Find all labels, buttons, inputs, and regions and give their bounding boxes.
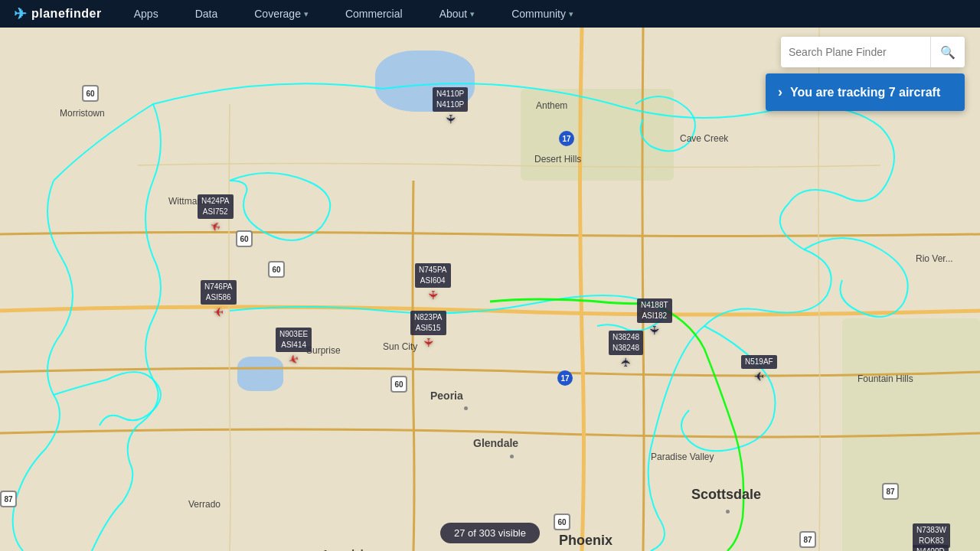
highway-shield-60b: 60 bbox=[236, 230, 253, 247]
city-peoria-dot bbox=[464, 406, 468, 410]
green-area-1 bbox=[521, 89, 674, 181]
tracking-chevron-icon: › bbox=[778, 84, 782, 100]
highway-shield-60a: 60 bbox=[82, 85, 99, 102]
tracking-banner[interactable]: › You are tracking 7 aircraft bbox=[766, 73, 965, 111]
water-body bbox=[375, 51, 475, 112]
nav-menu: Apps Data Coverage ▾ Commercial About ▾ … bbox=[116, 0, 592, 28]
search-button[interactable]: 🔍 bbox=[930, 37, 965, 67]
green-area-2 bbox=[842, 318, 980, 551]
logo-plane-icon: ✈ bbox=[14, 5, 27, 23]
city-scottsdale-dot bbox=[726, 510, 730, 514]
coverage-chevron-icon: ▾ bbox=[304, 9, 309, 19]
highway-shield-87b: 87 bbox=[882, 483, 899, 500]
nav-item-community[interactable]: Community ▾ bbox=[493, 0, 592, 28]
nav-item-commercial[interactable]: Commercial bbox=[327, 0, 421, 28]
highway-shield-60c: 60 bbox=[268, 261, 285, 278]
status-label: 27 of 303 visible bbox=[454, 527, 526, 539]
highway-shield-87c: 87 bbox=[799, 531, 816, 548]
community-chevron-icon: ▾ bbox=[569, 9, 573, 19]
about-chevron-icon: ▾ bbox=[470, 9, 475, 19]
water-body-2 bbox=[237, 357, 283, 391]
search-input[interactable] bbox=[781, 37, 930, 67]
nav-item-apps[interactable]: Apps bbox=[116, 0, 177, 28]
search-icon: 🔍 bbox=[940, 45, 956, 60]
status-bar: 27 of 303 visible bbox=[440, 523, 540, 543]
nav-item-about[interactable]: About ▾ bbox=[421, 0, 494, 28]
highway-shield-60d: 60 bbox=[390, 376, 407, 393]
logo[interactable]: ✈ planefinder bbox=[0, 5, 116, 23]
logo-text: planefinder bbox=[31, 7, 102, 21]
highway-shield-17a: 17 bbox=[559, 131, 574, 146]
search-box: 🔍 bbox=[781, 37, 965, 67]
map-container[interactable]: 60 60 60 17 17 60 60 87 87 87 10 Morrist… bbox=[0, 28, 980, 551]
tracking-label: You are tracking 7 aircraft bbox=[790, 86, 940, 99]
nav-item-data[interactable]: Data bbox=[177, 0, 237, 28]
nav-item-coverage[interactable]: Coverage ▾ bbox=[236, 0, 327, 28]
highway-shield-17b: 17 bbox=[557, 370, 573, 386]
navbar: ✈ planefinder Apps Data Coverage ▾ Comme… bbox=[0, 0, 980, 28]
highway-shield-60e: 60 bbox=[554, 514, 570, 530]
highway-shield-87a: 87 bbox=[0, 491, 17, 507]
city-glendale-dot bbox=[510, 455, 514, 458]
